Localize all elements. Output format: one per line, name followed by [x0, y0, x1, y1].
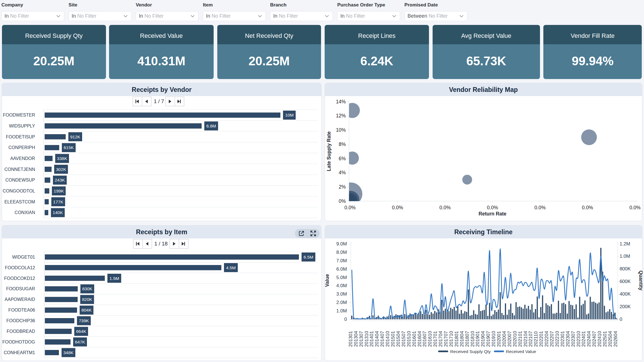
svg-text:202504: 202504: [607, 331, 613, 347]
svg-text:Received Supply Qty: Received Supply Qty: [450, 349, 491, 354]
svg-text:6.0M: 6.0M: [336, 266, 347, 272]
svg-text:140K: 140K: [53, 210, 63, 215]
svg-text:CONXIAN: CONXIAN: [15, 210, 35, 215]
svg-text:202501: 202501: [602, 331, 608, 347]
svg-text:201810: 201810: [470, 331, 475, 347]
svg-text:0.0%: 0.0%: [487, 205, 498, 210]
svg-text:0: 0: [619, 317, 622, 322]
svg-text:202407: 202407: [592, 331, 597, 347]
svg-text:202207: 202207: [549, 331, 555, 347]
svg-text:912K: 912K: [70, 134, 80, 139]
svg-text:Received Value: Received Value: [506, 349, 536, 354]
svg-text:615K: 615K: [64, 145, 74, 150]
svg-text:202410: 202410: [597, 331, 602, 347]
svg-text:7.0M: 7.0M: [336, 258, 347, 263]
svg-text:202204: 202204: [544, 331, 549, 347]
svg-text:WIDSUPPLY: WIDSUPPLY: [9, 124, 35, 128]
svg-text:199K: 199K: [54, 189, 64, 193]
svg-text:2.0M: 2.0M: [336, 300, 347, 305]
svg-text:0: 0: [344, 317, 347, 322]
svg-text:CONGOODTOL: CONGOODTOL: [3, 189, 35, 193]
svg-text:0.0%: 0.0%: [392, 205, 403, 210]
svg-text:202401: 202401: [581, 331, 586, 347]
svg-text:202604: 202604: [613, 331, 618, 347]
svg-text:200K: 200K: [619, 304, 631, 309]
svg-text:12%: 12%: [336, 113, 346, 119]
svg-text:202310: 202310: [576, 331, 581, 347]
svg-text:Quantity: Quantity: [638, 271, 643, 291]
svg-text:10%: 10%: [336, 127, 346, 133]
svg-text:ELEEASTCOM: ELEEASTCOM: [4, 199, 35, 204]
svg-text:804K: 804K: [82, 308, 92, 312]
svg-text:202110: 202110: [533, 331, 539, 347]
svg-text:243K: 243K: [55, 178, 65, 182]
svg-text:201804: 201804: [459, 331, 464, 347]
svg-text:CONNETJENN: CONNETJENN: [4, 167, 35, 172]
svg-text:820K: 820K: [82, 297, 93, 302]
svg-text:FOODCOLA12: FOODCOLA12: [5, 265, 35, 270]
svg-text:AAVENDOR: AAVENDOR: [10, 156, 35, 161]
svg-text:201710: 201710: [448, 331, 454, 347]
svg-text:202301: 202301: [560, 331, 565, 347]
svg-text:FOODHOTDOG: FOODHOTDOG: [3, 340, 35, 344]
svg-text:177K: 177K: [53, 199, 64, 204]
svg-text:201707: 201707: [443, 331, 449, 347]
svg-text:CONPERIPH: CONPERIPH: [8, 145, 35, 150]
svg-text:202210: 202210: [554, 331, 560, 347]
svg-text:201807: 201807: [464, 331, 470, 347]
svg-text:CONHEARTM1: CONHEARTM1: [4, 350, 35, 355]
svg-text:6.8M: 6.8M: [206, 124, 216, 128]
svg-text:Value: Value: [325, 274, 330, 287]
svg-text:201604: 201604: [417, 331, 422, 347]
svg-text:CONDEWSUP: CONDEWSUP: [5, 178, 35, 182]
svg-text:4%: 4%: [339, 170, 346, 175]
svg-text:202404: 202404: [586, 331, 592, 347]
svg-text:201307: 201307: [358, 331, 364, 347]
svg-text:WIDGET01: WIDGET01: [12, 255, 35, 259]
svg-text:FOODWESTER: FOODWESTER: [3, 113, 35, 117]
svg-text:202107: 202107: [528, 331, 533, 347]
svg-text:0.0%: 0.0%: [582, 205, 593, 210]
svg-text:400K: 400K: [619, 291, 631, 297]
svg-text:201701: 201701: [433, 331, 438, 347]
svg-text:202001: 202001: [496, 331, 502, 347]
svg-text:201910: 201910: [491, 331, 496, 347]
svg-text:338K: 338K: [57, 156, 67, 161]
svg-text:202104: 202104: [523, 331, 528, 347]
svg-text:201610: 201610: [427, 331, 433, 347]
svg-text:6.5M: 6.5M: [304, 255, 313, 259]
svg-text:201401: 201401: [369, 331, 374, 347]
svg-text:Late Supply Rate: Late Supply Rate: [326, 131, 332, 171]
svg-text:202101: 202101: [517, 331, 523, 347]
svg-text:FOODSUGAR: FOODSUGAR: [6, 286, 35, 291]
svg-text:0.0%: 0.0%: [629, 205, 641, 210]
svg-text:1.5M: 1.5M: [109, 276, 119, 281]
svg-text:202004: 202004: [501, 331, 507, 347]
svg-text:201907: 201907: [486, 331, 491, 347]
svg-text:10M: 10M: [285, 113, 294, 117]
svg-text:FOODETISUP: FOODETISUP: [6, 134, 35, 139]
svg-text:201504: 201504: [395, 331, 401, 347]
svg-text:3.0M: 3.0M: [336, 291, 347, 297]
svg-text:AAPOWERAID: AAPOWERAID: [5, 297, 35, 302]
svg-text:FOODBREAD: FOODBREAD: [7, 329, 35, 334]
svg-text:0.0%: 0.0%: [344, 205, 356, 210]
svg-text:302K: 302K: [56, 167, 66, 172]
svg-text:201510: 201510: [406, 331, 411, 347]
svg-text:664K: 664K: [76, 329, 86, 334]
svg-text:201507: 201507: [401, 331, 406, 347]
svg-text:201704: 201704: [438, 331, 443, 347]
svg-text:201404: 201404: [374, 331, 380, 347]
svg-text:1.0M: 1.0M: [619, 254, 630, 259]
svg-text:202304: 202304: [565, 331, 570, 347]
svg-text:201304: 201304: [353, 331, 358, 347]
svg-text:647K: 647K: [75, 340, 85, 344]
svg-text:800K: 800K: [619, 266, 631, 272]
svg-text:201801: 201801: [454, 331, 459, 347]
svg-text:348K: 348K: [63, 350, 74, 355]
svg-text:4.0M: 4.0M: [336, 283, 347, 288]
svg-text:201301: 201301: [348, 331, 353, 347]
svg-text:0%: 0%: [339, 198, 346, 204]
svg-text:201901: 201901: [475, 331, 480, 347]
svg-text:202307: 202307: [570, 331, 576, 347]
